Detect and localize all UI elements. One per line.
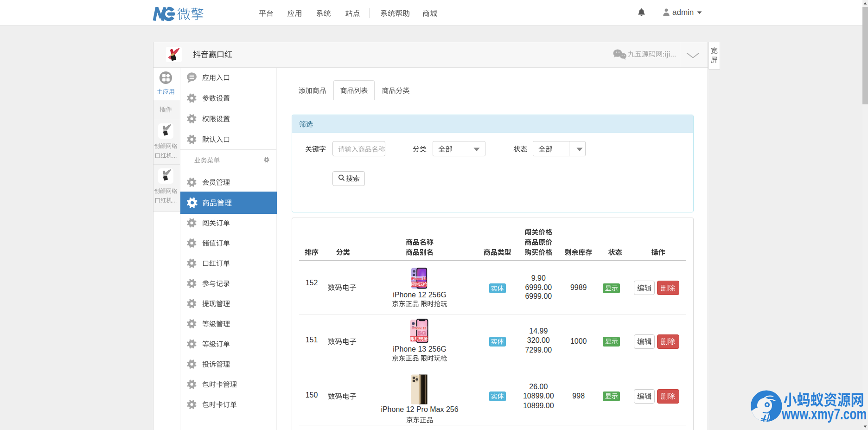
svg-text:www.xmy7.com: www.xmy7.com: [781, 405, 867, 423]
svg-text:iPhone 12: iPhone 12: [411, 277, 426, 280]
svg-text:5G: 5G: [418, 330, 426, 337]
